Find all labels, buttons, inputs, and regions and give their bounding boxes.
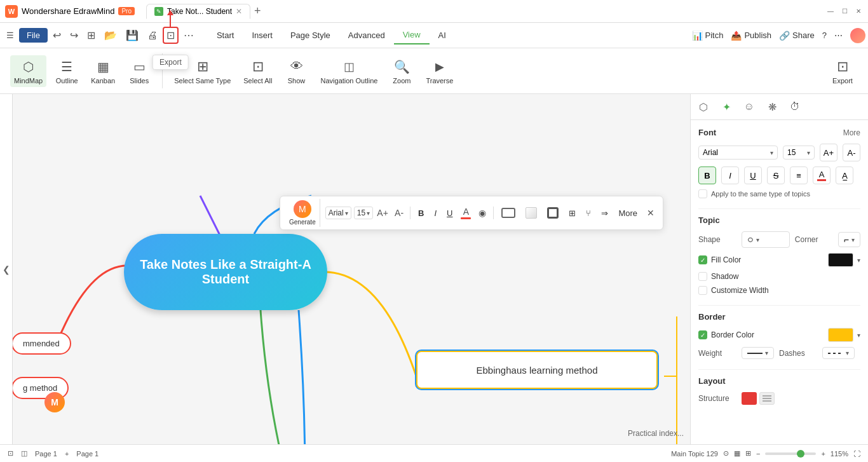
status-zoom-out[interactable]: − [756,450,760,458]
menu-page-style[interactable]: Page Style [281,27,339,44]
new-button[interactable]: ⊞ [83,27,99,44]
menu-advanced[interactable]: Advanced [339,27,394,44]
status-view-toggle[interactable]: ⊞ [745,449,751,458]
close-button[interactable]: ✕ [854,7,863,16]
customize-width-checkbox[interactable] [698,286,707,295]
ribbon-show[interactable]: 👁 Show [281,55,312,87]
border-color-checkbox[interactable]: ✓ [698,330,707,339]
font-size-panel-select[interactable]: 15 ▾ [783,146,815,160]
font-size-select[interactable]: 15 ▾ [354,207,373,219]
status-zoom-in[interactable]: + [821,450,825,458]
zoom-slider[interactable] [765,452,816,455]
undo-button[interactable]: ↩ [49,27,65,44]
fill-color-checkbox[interactable]: ✓ [698,255,707,264]
font-size-decrease[interactable]: A- [392,206,406,220]
maximize-button[interactable]: ☐ [840,7,849,16]
align-panel-btn[interactable]: ≡ [790,166,808,184]
ribbon-navigation-outline[interactable]: ◫ Navigation Outline [317,55,382,87]
shadow-checkbox[interactable] [698,272,707,281]
status-page-label[interactable]: Page 1 [35,450,57,458]
font-color-button[interactable]: A [459,206,473,220]
menu-insert[interactable]: Insert [243,27,281,44]
toolbar-collapse[interactable]: ✕ [644,206,658,220]
side-node-1[interactable]: mmended [13,332,71,355]
branch-button[interactable]: ⑂ [582,207,595,220]
font-select[interactable]: Arial ▾ [325,207,351,219]
canvas-toggle[interactable]: ❮ [0,94,13,444]
publish-button[interactable]: 📤 Publish [731,31,771,41]
settings-button[interactable]: ⋯ [834,31,843,40]
generate-button[interactable]: M Generate [285,199,320,227]
corner-select[interactable]: ⌐ ▾ [838,232,860,247]
user-avatar[interactable] [850,28,865,43]
ribbon-mindmap[interactable]: ⬡ MindMap [10,55,46,87]
ribbon-outline[interactable]: ☰ Outline [51,55,82,87]
status-side-panel[interactable]: ◫ [21,449,27,458]
ribbon-slides[interactable]: ▭ Slides [124,55,154,87]
font-name-select[interactable]: Arial ▾ [698,146,778,160]
panel-tab-sticker[interactable]: ☺ [739,97,759,117]
panel-tab-ai-style[interactable]: ✦ [716,97,736,117]
central-node[interactable]: Take Notes Like a Straight-A Student [124,234,327,310]
help-button[interactable]: ? [822,31,827,40]
status-fit[interactable]: ⊡ [8,449,13,458]
status-sync[interactable]: ⊙ [723,449,729,458]
shape-button[interactable] [498,206,519,220]
fill-color-preview[interactable] [828,253,853,267]
pitch-button[interactable]: 📊 Pitch [692,31,724,41]
apply-same-checkbox[interactable] [698,189,707,198]
ribbon-export[interactable]: ⊡ Export [827,55,858,87]
ribbon-kanban[interactable]: ▦ Kanban [87,55,119,87]
underline-button[interactable]: U [443,207,456,220]
bold-panel-btn[interactable]: B [698,166,716,184]
panel-tab-timer[interactable]: ⏱ [785,97,805,117]
more-actions-button[interactable]: ⋯ [180,27,198,44]
border-color-preview[interactable] [828,328,853,342]
highlight-panel-btn[interactable]: A̲ [836,166,853,184]
tab-close[interactable]: ✕ [236,7,242,16]
topic-node[interactable]: Ebbinghaus learning method [416,351,658,389]
font-section-more[interactable]: More [843,128,860,137]
highlight-button[interactable]: ◉ [475,206,489,220]
italic-panel-btn[interactable]: I [721,166,739,184]
tab-add[interactable]: + [252,4,264,18]
redo-button[interactable]: ↪ [66,27,82,44]
ribbon-select-all[interactable]: ⊡ Select All [240,55,276,87]
fill-button[interactable] [522,205,541,221]
bold-button[interactable]: B [414,207,428,220]
font-increase-btn[interactable]: A+ [820,144,837,161]
connector-button[interactable]: ⇒ [597,207,612,220]
border-button[interactable] [543,205,562,221]
print-button[interactable]: 🖨 [144,27,161,44]
dashes-select[interactable]: ▾ [822,347,855,359]
structure-option-1[interactable] [742,392,757,405]
ribbon-traverse[interactable]: ▶ Traverse [422,55,457,87]
status-current-page[interactable]: Page 1 [76,450,98,458]
menu-view[interactable]: View [394,26,430,44]
menu-start[interactable]: Start [208,27,243,44]
status-fullscreen[interactable]: ⛶ [853,450,860,458]
panel-tab-format[interactable]: ⬡ [693,97,714,117]
open-button[interactable]: 📂 [100,27,121,44]
collapse-button[interactable]: ☰ [3,28,18,43]
structure-option-2[interactable] [759,392,775,405]
panel-tab-theme[interactable]: ❋ [762,97,782,117]
minimize-button[interactable]: — [826,7,835,16]
underline-panel-btn[interactable]: U [744,166,762,184]
share-button[interactable]: 🔗 Share [779,31,815,41]
more-button[interactable]: More [614,207,641,220]
export-button[interactable]: ⊡ Export [163,27,179,44]
save-button[interactable]: 💾 [122,27,142,44]
file-button[interactable]: File [19,28,48,43]
font-decrease-btn[interactable]: A- [843,144,860,161]
shape-select[interactable]: ○ ▾ [742,231,790,248]
menu-ai[interactable]: AI [430,27,455,44]
status-pages[interactable]: ▦ [734,449,740,458]
status-add-page[interactable]: + [65,450,69,458]
layout-button[interactable]: ⊞ [565,207,580,220]
weight-select[interactable]: ▾ [742,347,774,359]
ribbon-zoom[interactable]: 🔍 Zoom [386,55,417,87]
tab-active[interactable]: ✎ Take Not... Student ✕ [146,4,250,19]
italic-button[interactable]: I [430,207,440,220]
font-color-panel-btn[interactable]: A [813,166,831,184]
